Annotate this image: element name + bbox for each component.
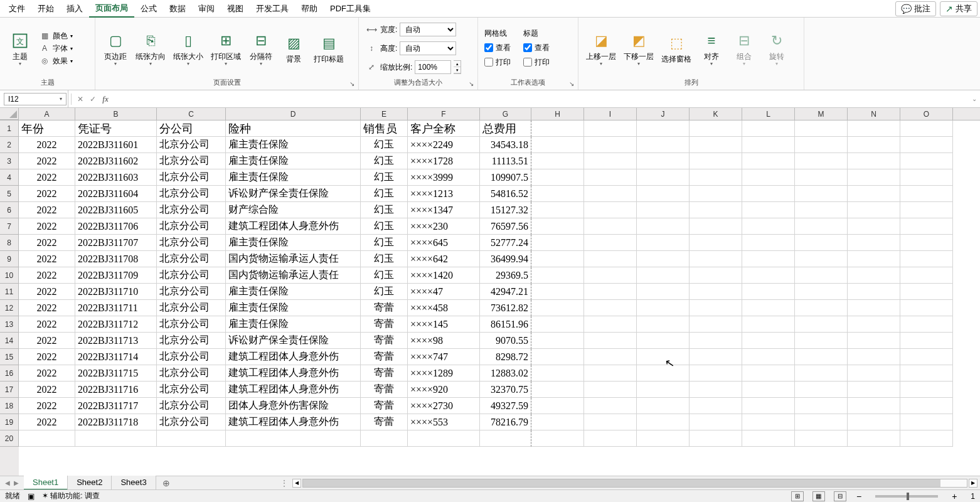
cell-G19[interactable]: 78216.79 bbox=[480, 414, 531, 430]
column-header-A[interactable]: A bbox=[19, 108, 75, 120]
cell-C13[interactable]: 北京分公司 bbox=[157, 316, 226, 333]
cell-G5[interactable]: 54816.52 bbox=[480, 186, 531, 202]
cell-D1[interactable]: 险种 bbox=[226, 120, 361, 137]
cell-N5[interactable] bbox=[848, 186, 900, 202]
cell-C12[interactable]: 北京分公司 bbox=[157, 300, 226, 316]
cell-F5[interactable]: ××××1213 bbox=[408, 186, 480, 202]
zoom-slider[interactable] bbox=[875, 495, 938, 498]
cell-K18[interactable] bbox=[690, 398, 742, 414]
row-header-15[interactable]: 15 bbox=[0, 349, 19, 365]
cell-A14[interactable]: 2022 bbox=[19, 333, 75, 349]
cell-H16[interactable] bbox=[531, 365, 584, 382]
cell-K4[interactable] bbox=[690, 169, 742, 186]
cell-H12[interactable] bbox=[531, 300, 584, 316]
orientation-button[interactable]: ⎘纸张方向▾ bbox=[132, 29, 169, 68]
cell-B8[interactable]: 2022BJ311707 bbox=[75, 235, 157, 251]
cell-F14[interactable]: ××××98 bbox=[408, 333, 480, 349]
cell-B5[interactable]: 2022BJ311604 bbox=[75, 186, 157, 202]
cell-G1[interactable]: 总费用 bbox=[480, 120, 531, 137]
cell-E11[interactable]: 幻玉 bbox=[361, 284, 408, 300]
cell-F4[interactable]: ××××3999 bbox=[408, 169, 480, 186]
menu-review[interactable]: 审阅 bbox=[192, 1, 221, 17]
cell-N9[interactable] bbox=[848, 251, 900, 267]
cell-A10[interactable]: 2022 bbox=[19, 267, 75, 284]
row-header-10[interactable]: 10 bbox=[0, 267, 19, 284]
cell-N17[interactable] bbox=[848, 382, 900, 398]
cell-G17[interactable]: 32370.75 bbox=[480, 382, 531, 398]
cell-O10[interactable] bbox=[900, 267, 953, 284]
row-header-14[interactable]: 14 bbox=[0, 333, 19, 349]
cell-J12[interactable] bbox=[637, 300, 690, 316]
breaks-button[interactable]: ⊟分隔符▾ bbox=[245, 29, 277, 68]
column-header-L[interactable]: L bbox=[742, 108, 795, 120]
cell-F7[interactable]: ××××230 bbox=[408, 218, 480, 235]
cell-K10[interactable] bbox=[690, 267, 742, 284]
cell-H2[interactable] bbox=[531, 137, 584, 153]
colors-button[interactable]: ▦颜色▾ bbox=[39, 30, 73, 41]
cell-G13[interactable]: 86151.96 bbox=[480, 316, 531, 333]
cell-B4[interactable]: 2022BJ311603 bbox=[75, 169, 157, 186]
cell-I7[interactable] bbox=[584, 218, 637, 235]
cell-M19[interactable] bbox=[795, 414, 848, 430]
cell-J17[interactable] bbox=[637, 382, 690, 398]
cell-M16[interactable] bbox=[795, 365, 848, 382]
cell-J9[interactable] bbox=[637, 251, 690, 267]
cell-E2[interactable]: 幻玉 bbox=[361, 137, 408, 153]
cell-B3[interactable]: 2022BJ311602 bbox=[75, 153, 157, 169]
cell-E10[interactable]: 幻玉 bbox=[361, 267, 408, 284]
cell-B1[interactable]: 凭证号 bbox=[75, 120, 157, 137]
cell-L19[interactable] bbox=[742, 414, 795, 430]
cell-K2[interactable] bbox=[690, 137, 742, 153]
cell-H3[interactable] bbox=[531, 153, 584, 169]
column-header-H[interactable]: H bbox=[531, 108, 584, 120]
cell-K3[interactable] bbox=[690, 153, 742, 169]
cell-K6[interactable] bbox=[690, 202, 742, 218]
row-header-16[interactable]: 16 bbox=[0, 365, 19, 382]
row-header-20[interactable]: 20 bbox=[0, 430, 19, 447]
cell-A8[interactable]: 2022 bbox=[19, 235, 75, 251]
cell-I16[interactable] bbox=[584, 365, 637, 382]
cell-I19[interactable] bbox=[584, 414, 637, 430]
gridlines-view-check[interactable]: 查看 bbox=[484, 41, 511, 55]
cell-F8[interactable]: ××××645 bbox=[408, 235, 480, 251]
cell-M18[interactable] bbox=[795, 398, 848, 414]
cell-B2[interactable]: 2022BJ311601 bbox=[75, 137, 157, 153]
cell-L17[interactable] bbox=[742, 382, 795, 398]
cell-K9[interactable] bbox=[690, 251, 742, 267]
menu-help[interactable]: 帮助 bbox=[295, 1, 324, 17]
cell-L12[interactable] bbox=[742, 300, 795, 316]
cell-H17[interactable] bbox=[531, 382, 584, 398]
cell-F20[interactable] bbox=[408, 430, 480, 447]
effects-button[interactable]: ◎效果▾ bbox=[39, 55, 73, 67]
cell-L13[interactable] bbox=[742, 316, 795, 333]
cell-O4[interactable] bbox=[900, 169, 953, 186]
cell-O2[interactable] bbox=[900, 137, 953, 153]
cell-F1[interactable]: 客户全称 bbox=[408, 120, 480, 137]
cell-K17[interactable] bbox=[690, 382, 742, 398]
cell-E3[interactable]: 幻玉 bbox=[361, 153, 408, 169]
cell-A5[interactable]: 2022 bbox=[19, 186, 75, 202]
row-header-18[interactable]: 18 bbox=[0, 398, 19, 414]
cell-M8[interactable] bbox=[795, 235, 848, 251]
cell-O8[interactable] bbox=[900, 235, 953, 251]
cell-A16[interactable]: 2022 bbox=[19, 365, 75, 382]
cell-O15[interactable] bbox=[900, 349, 953, 365]
cell-C9[interactable]: 北京分公司 bbox=[157, 251, 226, 267]
cell-O5[interactable] bbox=[900, 186, 953, 202]
cell-L8[interactable] bbox=[742, 235, 795, 251]
column-header-K[interactable]: K bbox=[690, 108, 742, 120]
cell-F11[interactable]: ××××47 bbox=[408, 284, 480, 300]
cell-J4[interactable] bbox=[637, 169, 690, 186]
cell-J11[interactable] bbox=[637, 284, 690, 300]
cell-I12[interactable] bbox=[584, 300, 637, 316]
cell-O17[interactable] bbox=[900, 382, 953, 398]
cell-C14[interactable]: 北京分公司 bbox=[157, 333, 226, 349]
cell-F2[interactable]: ××××2249 bbox=[408, 137, 480, 153]
cell-I15[interactable] bbox=[584, 349, 637, 365]
cell-K1[interactable] bbox=[690, 120, 742, 137]
column-header-B[interactable]: B bbox=[75, 108, 157, 120]
column-header-D[interactable]: D bbox=[226, 108, 361, 120]
cell-H1[interactable] bbox=[531, 120, 584, 137]
column-header-O[interactable]: O bbox=[900, 108, 953, 120]
page-break-view-button[interactable]: ⊟ bbox=[834, 491, 846, 501]
